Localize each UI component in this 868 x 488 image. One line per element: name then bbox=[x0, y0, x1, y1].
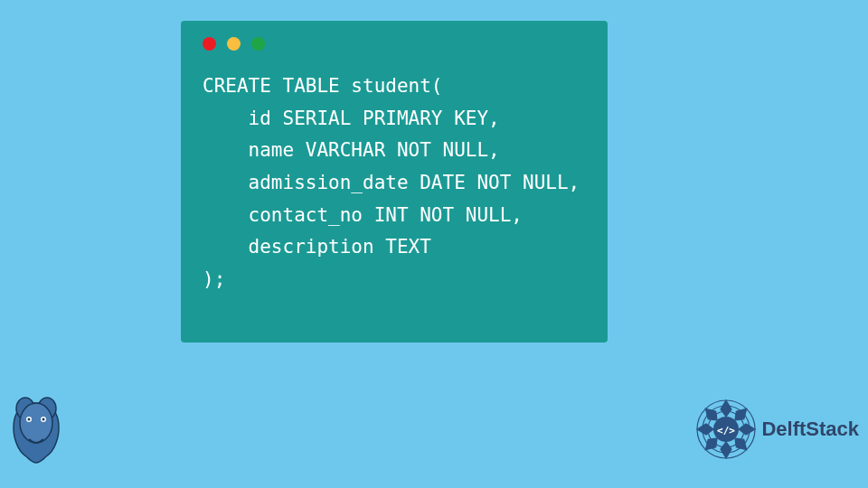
code-line: id SERIAL PRIMARY KEY, bbox=[203, 108, 500, 129]
maximize-dot bbox=[251, 37, 265, 51]
svg-point-4 bbox=[28, 418, 31, 421]
code-line: ); bbox=[203, 268, 225, 290]
svg-point-6 bbox=[42, 418, 45, 421]
code-line: admission_date DATE NOT NULL, bbox=[203, 172, 580, 193]
code-line: name VARCHAR NOT NULL, bbox=[203, 139, 500, 161]
svg-text:</>: </> bbox=[717, 425, 735, 436]
minimize-dot bbox=[227, 37, 241, 51]
brand-name: DelftStack bbox=[761, 418, 859, 441]
mandala-icon: </> bbox=[694, 398, 758, 461]
code-window: CREATE TABLE student( id SERIAL PRIMARY … bbox=[181, 21, 608, 343]
code-line: CREATE TABLE student( bbox=[203, 75, 443, 97]
svg-point-2 bbox=[20, 403, 52, 443]
code-line: contact_no INT NOT NULL, bbox=[203, 204, 523, 226]
postgresql-logo-icon bbox=[2, 396, 71, 468]
window-controls bbox=[203, 37, 586, 51]
sql-code: CREATE TABLE student( id SERIAL PRIMARY … bbox=[203, 70, 586, 296]
code-line: description TEXT bbox=[203, 236, 431, 258]
delftstack-logo: </> DelftStack bbox=[694, 398, 859, 461]
close-dot bbox=[203, 37, 216, 51]
